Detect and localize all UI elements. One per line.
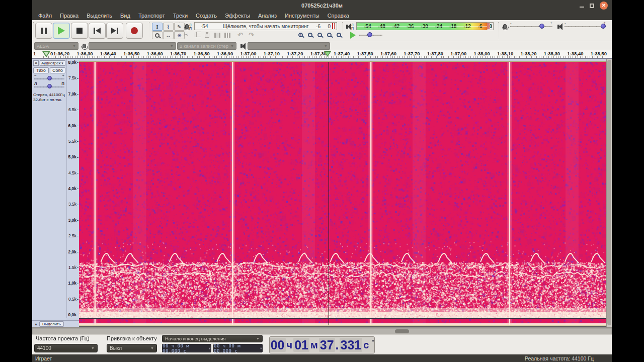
envelope-tool-button[interactable]: ⌇ xyxy=(163,23,174,31)
select-track-button[interactable]: Выделить xyxy=(39,321,64,327)
menu-item[interactable]: Создать xyxy=(192,13,221,19)
pan-slider[interactable]: Л П xyxy=(34,82,64,89)
skip-to-start-button[interactable] xyxy=(89,23,106,39)
collapse-track-icon[interactable]: ▲ xyxy=(34,322,38,326)
undo-button[interactable]: ↶ xyxy=(235,31,245,39)
playback-meter-scale: -54-48-42-36-30-24-18-12-60 xyxy=(364,23,492,30)
window-title: 070525c21ч30м xyxy=(301,3,343,9)
menu-item[interactable]: Треки xyxy=(169,13,192,19)
project-rate-dropdown[interactable]: 44100 ▼ xyxy=(34,344,98,352)
input-channels-value: 2 канала записи (стерео) xyxy=(180,43,228,49)
gain-plus-label: + xyxy=(62,73,64,78)
audio-host-dropdown[interactable]: ALSA ▼ xyxy=(34,42,78,50)
menu-item[interactable]: Выделить xyxy=(83,13,116,19)
recording-meter[interactable]: -54 Щёлкните, чтобы начать мониторинг -6… xyxy=(194,22,337,30)
snap-to-dropdown[interactable]: Выкл ▼ xyxy=(107,344,157,352)
copy-button[interactable] xyxy=(192,31,201,39)
menu-item[interactable]: Эффекты xyxy=(221,13,254,19)
playback-start-marker-icon[interactable] xyxy=(42,51,50,57)
track-title-menu[interactable]: Аудиотрек ▼ xyxy=(40,60,65,66)
menu-item[interactable]: Инструменты xyxy=(281,13,324,19)
track-close-icon[interactable]: ✕ xyxy=(33,60,39,66)
timeline-label: 1:38,50 xyxy=(591,51,607,56)
playback-volume-slider[interactable]: - + xyxy=(565,23,606,30)
output-device-dropdown[interactable]: ▼ xyxy=(248,42,330,50)
play-at-speed-button[interactable] xyxy=(348,31,358,39)
play-icon xyxy=(58,27,65,35)
menu-item[interactable]: Правка xyxy=(56,13,83,19)
zoom-tool-button[interactable] xyxy=(152,31,163,39)
timeshift-tool-button[interactable]: ↔ xyxy=(163,31,174,39)
timeline-label: 1:36,50 xyxy=(123,51,139,56)
horizontal-scrollbar[interactable] xyxy=(32,327,612,334)
toolbar-grip[interactable] xyxy=(149,22,149,39)
selection-end-field[interactable]: 00 ч 00 м 00.000 с ▼ xyxy=(213,344,263,352)
snap-to-label: Привязка к объекту xyxy=(107,335,157,341)
zoom-toggle-button[interactable] xyxy=(334,31,344,39)
frequency-label: 3.5k xyxy=(68,202,78,206)
cut-button[interactable]: ✂ xyxy=(181,31,191,39)
menu-item[interactable]: Справка xyxy=(324,13,353,19)
record-volume-slider[interactable]: - + xyxy=(510,23,552,30)
audio-position-display[interactable]: 00 ч 01 м 37 . 331 с ▼ xyxy=(269,336,375,353)
selection-start-field[interactable]: 00 ч 00 м 00.000 с ▼ xyxy=(162,344,211,352)
audacity-window: 070525c21ч30м ✕ ФайлПравкаВыделитьВидТра… xyxy=(32,0,612,362)
timeline-label: 1:36,20 xyxy=(53,51,69,56)
zoom-fit-button[interactable] xyxy=(325,31,334,39)
minimize-icon[interactable] xyxy=(580,7,584,8)
stop-button[interactable] xyxy=(71,23,88,39)
pause-button[interactable] xyxy=(35,23,52,39)
toolbar-grip[interactable] xyxy=(498,22,499,39)
solo-button[interactable]: Соло xyxy=(50,67,65,73)
zoom-in-button[interactable]: + xyxy=(296,31,305,39)
selection-mode-dropdown[interactable]: Начало и конец выделения ▼ xyxy=(162,335,263,342)
silence-button[interactable] xyxy=(222,31,232,39)
toolbar-grip[interactable] xyxy=(33,22,34,39)
slider-knob[interactable] xyxy=(539,24,544,29)
slider-knob[interactable] xyxy=(367,32,372,37)
skip-to-end-button[interactable] xyxy=(106,23,123,39)
frequency-label: 1.5k xyxy=(68,265,78,269)
mic-icon xyxy=(83,44,86,48)
speaker-icon xyxy=(240,44,243,48)
vertical-scrollbar[interactable] xyxy=(606,59,612,327)
slider-knob[interactable] xyxy=(601,24,606,29)
menu-item[interactable]: Анализ xyxy=(254,13,281,19)
paste-button[interactable] xyxy=(202,31,212,39)
spectrogram-channel-2[interactable] xyxy=(79,319,606,325)
menu-item[interactable]: Транспорт xyxy=(134,13,169,19)
chevron-down-icon: ▼ xyxy=(322,44,328,48)
trim-button[interactable] xyxy=(212,31,222,39)
input-channels-dropdown[interactable]: 2 канала записи (стерео) ▼ xyxy=(177,42,236,50)
slider-knob[interactable] xyxy=(47,76,52,80)
pan-left-label: Л xyxy=(34,81,37,86)
position-minutes: 01 xyxy=(293,338,309,352)
play-speed-slider[interactable] xyxy=(359,31,382,38)
rec-meter-scale-start: -54 xyxy=(201,24,208,29)
menu-item[interactable]: Файл xyxy=(34,13,56,19)
play-button[interactable] xyxy=(53,23,70,39)
zoom-out-button[interactable]: − xyxy=(305,31,315,39)
selection-mode-value: Начало и конец выделения xyxy=(165,336,226,341)
gain-slider[interactable]: − + xyxy=(34,74,64,81)
playback-meter[interactable]: -54-48-42-36-30-24-18-12-60 xyxy=(356,22,494,30)
meter-scale-label: -54 xyxy=(364,24,371,29)
slider-knob[interactable] xyxy=(47,84,52,88)
playhead-marker-icon[interactable] xyxy=(324,51,331,57)
vertical-scrollbar-thumb[interactable] xyxy=(607,60,611,325)
maximize-icon[interactable] xyxy=(590,4,594,8)
timeline-label: 1:38,40 xyxy=(567,51,583,56)
selection-tool-button[interactable]: I xyxy=(152,23,163,31)
close-icon[interactable]: ✕ xyxy=(600,2,608,10)
redo-button[interactable]: ↷ xyxy=(247,31,256,39)
mute-button[interactable]: Тихо xyxy=(33,67,49,73)
record-button[interactable] xyxy=(126,23,143,39)
timeline-ruler[interactable]: 1 0 1:36,201:36,301:36,401:36,501:36,601… xyxy=(32,50,612,58)
title-bar[interactable]: 070525c21ч30м ✕ xyxy=(32,0,612,11)
input-device-dropdown[interactable]: ▼ xyxy=(89,42,176,50)
horizontal-scrollbar-thumb[interactable] xyxy=(395,329,409,333)
spectrogram-channel-1[interactable] xyxy=(79,61,606,318)
zoom-selection-button[interactable] xyxy=(315,31,325,39)
frequency-label: 2,0k xyxy=(68,250,78,254)
menu-item[interactable]: Вид xyxy=(116,13,134,19)
